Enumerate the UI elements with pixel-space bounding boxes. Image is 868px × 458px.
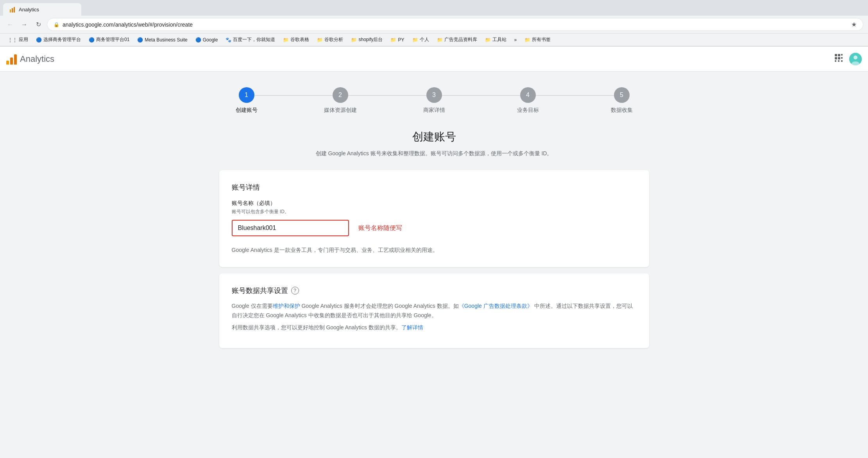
bookmark-apps[interactable]: ⋮⋮ 应用 [5, 35, 31, 44]
bookmark-icon-all: 📁 [524, 37, 530, 43]
bookmark-3[interactable]: 🔵 Meta Business Suite [134, 36, 190, 44]
user-avatar[interactable] [849, 53, 862, 65]
data-sharing-card: 账号数据共享设置 ? Google 仅在需要维护和保护 Google Analy… [219, 273, 649, 348]
step-3-label: 商家详情 [423, 107, 445, 114]
bookmark-icon-7: 📁 [317, 37, 323, 43]
forward-button[interactable]: → [19, 19, 30, 30]
bookmark-label-3: Meta Business Suite [145, 37, 187, 43]
bookmark-icon-4: 🔵 [195, 37, 201, 43]
url-display: analytics.google.com/analytics/web/#/pro… [63, 22, 848, 28]
tab-favicon [9, 6, 16, 13]
step-1-label: 创建账号 [236, 107, 258, 114]
browser-chrome: Analytics ← → ↻ 🔒 analytics.google.com/a… [0, 0, 868, 47]
field-row: 账号名称随便写 [232, 220, 637, 236]
svg-rect-9 [835, 60, 836, 62]
bookmark-icon-12: 📁 [485, 37, 491, 43]
step-5: 5 数据收集 [575, 87, 669, 114]
address-bar[interactable]: 🔒 analytics.google.com/analytics/web/#/p… [47, 18, 863, 31]
learn-more-link[interactable]: 了解详情 [401, 324, 423, 330]
bookmark-6[interactable]: 📁 谷歌表格 [280, 35, 312, 44]
step-4-label: 业务目标 [517, 107, 539, 114]
bookmark-8[interactable]: 📁 shopify后台 [348, 35, 386, 44]
grid-icon-svg [834, 54, 843, 62]
bookmark-icon-6: 📁 [283, 37, 289, 43]
field-label: 账号名称（必填） [232, 200, 637, 207]
stepper: 1 创建账号 2 媒体资源创建 3 商家详情 4 业务目标 5 [200, 87, 669, 114]
security-icon: 🔒 [54, 22, 59, 27]
svg-rect-2 [14, 7, 15, 13]
reload-button[interactable]: ↻ [33, 19, 44, 30]
info-text: Google Analytics 是一款业务工具，专门用于与交易、业务、工艺或职… [232, 246, 637, 254]
card-title: 账号详情 [232, 183, 637, 192]
bookmark-label-9: PY [398, 37, 404, 43]
step-2-number: 2 [338, 92, 342, 99]
step-4-circle: 4 [520, 87, 536, 103]
data-sharing-title: 账号数据共享设置 [232, 286, 288, 295]
bookmark-5[interactable]: 🐾 百度一下，你就知道 [222, 35, 278, 44]
bookmark-10[interactable]: 📁 个人 [409, 35, 432, 44]
active-tab[interactable]: Analytics [3, 3, 81, 16]
page-title: 创建账号 [8, 129, 860, 144]
step-3-number: 3 [432, 92, 436, 99]
tab-bar: Analytics [0, 0, 868, 16]
step-2-label: 媒体资源创建 [324, 107, 357, 114]
bookmark-7[interactable]: 📁 谷歌分析 [314, 35, 346, 44]
bookmark-9[interactable]: 📁 PY [387, 36, 407, 44]
step-3: 3 商家详情 [387, 87, 481, 114]
card2-title: 账号数据共享设置 ? [232, 286, 637, 295]
header-right [834, 53, 862, 65]
bookmarks-bar: ⋮⋮ 应用 🔵 选择商务管理平台 🔵 商务管理平台01 🔵 Meta Busin… [0, 34, 868, 46]
logo-bar-small [6, 61, 9, 65]
data-sharing-desc1: Google 仅在需要维护和保护 Google Analytics 服务时才会处… [232, 302, 637, 320]
bookmark-label-apps: 应用 [19, 36, 28, 43]
bookmark-label-4: Google [203, 37, 218, 43]
link-terms[interactable]: 《Google 广告数据处理条款》 [459, 303, 533, 309]
bookmark-icon-2: 🔵 [89, 37, 95, 43]
bookmark-label-5: 百度一下，你就知道 [233, 36, 275, 43]
bookmark-11[interactable]: 📁 广告竞品资料库 [434, 35, 480, 44]
more-bookmarks-icon: » [514, 37, 517, 43]
bookmark-icon-10: 📁 [412, 37, 418, 43]
bookmark-1[interactable]: 🔵 选择商务管理平台 [33, 35, 84, 44]
bookmark-12[interactable]: 📁 工具站 [482, 35, 510, 44]
step-1: 1 创建账号 [200, 87, 294, 114]
bookmark-4[interactable]: 🔵 Google [192, 36, 221, 44]
bookmark-icon-1: 🔵 [36, 37, 42, 43]
bookmark-all[interactable]: 📁 所有书签 [521, 35, 554, 44]
svg-rect-3 [835, 54, 837, 56]
account-details-card: 账号详情 账号名称（必填） 账号可以包含多个衡量 ID。 账号名称随便写 Goo… [219, 170, 649, 267]
logo-bar-medium [10, 57, 13, 65]
bookmark-icon-5: 🐾 [226, 37, 231, 43]
step-4-number: 4 [526, 92, 530, 99]
app-title: Analytics [20, 54, 54, 64]
bookmark-more[interactable]: » [511, 36, 520, 44]
help-icon[interactable]: ? [291, 287, 299, 295]
back-button[interactable]: ← [5, 19, 16, 30]
link-maintain[interactable]: 维护和保护 [273, 303, 300, 309]
bookmark-label-6: 谷歌表格 [290, 36, 309, 43]
app-header: Analytics [0, 47, 868, 72]
svg-rect-8 [841, 57, 843, 59]
svg-rect-10 [838, 60, 839, 62]
bookmark-label-10: 个人 [420, 36, 429, 43]
bookmark-2[interactable]: 🔵 商务管理平台01 [86, 35, 132, 44]
bookmark-icon-11: 📁 [437, 37, 443, 43]
bookmark-icon-3: 🔵 [137, 37, 143, 43]
svg-rect-6 [835, 57, 837, 59]
page-title-section: 创建账号 创建 Google Analytics 账号来收集和整理数据。账号可访… [8, 129, 860, 158]
bookmark-icon[interactable]: ★ [851, 21, 857, 28]
bookmark-label-2: 商务管理平台01 [96, 36, 129, 43]
step-1-circle: 1 [239, 87, 254, 103]
step-3-circle: 3 [426, 87, 442, 103]
svg-point-13 [854, 56, 857, 59]
bookmark-label-all: 所有书签 [532, 36, 551, 43]
google-apps-button[interactable] [834, 54, 843, 64]
step-5-number: 5 [620, 92, 623, 99]
account-name-input[interactable] [232, 220, 349, 236]
step-5-circle: 5 [614, 87, 630, 103]
app-logo: Analytics [6, 54, 54, 65]
svg-rect-0 [10, 9, 11, 13]
nav-bar: ← → ↻ 🔒 analytics.google.com/analytics/w… [0, 16, 868, 34]
step-1-number: 1 [245, 92, 248, 99]
svg-rect-5 [841, 54, 843, 56]
